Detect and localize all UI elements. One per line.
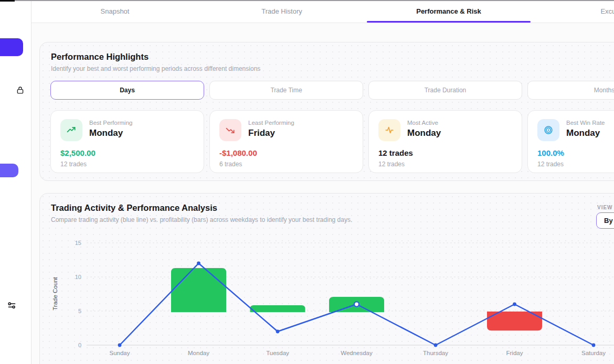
tab-excursion[interactable]: Excursion (532, 0, 614, 23)
svg-text:Tuesday: Tuesday (266, 350, 289, 356)
stat-period: Monday (89, 128, 132, 138)
sidebar-nav-pill[interactable] (0, 164, 18, 177)
stat-value: $2,500.00 (60, 148, 195, 157)
panel-title: Trading Activity & Performance Analysis (51, 203, 614, 213)
svg-text:Wednesday: Wednesday (341, 350, 373, 356)
stat-sub: 12 trades (537, 160, 614, 168)
sidebar (0, 0, 31, 364)
svg-text:15: 15 (75, 240, 81, 246)
trending-up-icon (60, 119, 82, 141)
stat-card-most-active: Most Active Monday 12 trades 12 trades (368, 110, 522, 173)
stat-value: -$1,080.00 (219, 148, 354, 157)
stat-card-least-performing: Least Performing Friday -$1,080.00 6 tra… (209, 110, 363, 173)
target-icon (537, 119, 559, 141)
view-by-day-label: By Day (604, 217, 614, 224)
panel-subtitle: Compare trading activity (blue line) vs.… (51, 216, 614, 223)
stat-period: Monday (566, 128, 605, 138)
filter-trade-time-button[interactable]: Trade Time (209, 81, 363, 100)
stat-card-best-performing: Best Performing Monday $2,500.00 12 trad… (50, 110, 204, 173)
stat-sub: 12 trades (60, 160, 195, 168)
stat-label: Best Performing (89, 120, 132, 126)
stat-sub: 12 trades (378, 160, 513, 168)
stat-label: Most Active (407, 120, 441, 126)
trending-down-icon (219, 119, 241, 141)
filter-months-button[interactable]: Months (527, 81, 614, 100)
svg-text:Monday: Monday (188, 350, 209, 356)
filter-days-button[interactable]: Days (50, 81, 204, 100)
tab-performance-risk[interactable]: Performance & Risk (365, 0, 532, 23)
stat-card-best-win-rate: Best Win Rate Monday 100.0% 12 trades (527, 110, 614, 173)
sidebar-active-nav-pill[interactable] (0, 38, 23, 56)
stat-value: 12 trades (378, 148, 513, 157)
svg-text:Friday: Friday (506, 350, 523, 356)
stat-label: Best Win Rate (566, 120, 605, 126)
svg-text:0: 0 (78, 342, 81, 348)
svg-text:Trade Count: Trade Count (52, 276, 58, 310)
tab-trade-history[interactable]: Trade History (198, 0, 365, 23)
panel-subtitle: Identify your best and worst performing … (51, 65, 614, 72)
lock-icon[interactable] (15, 84, 25, 95)
top-border-line (0, 0, 614, 1)
tab-snapshot[interactable]: Snapshot (31, 0, 198, 23)
stat-sub: 6 trades (219, 160, 354, 168)
top-tab-bar: Snapshot Trade History Performance & Ris… (31, 0, 614, 23)
highlight-stat-cards: Best Performing Monday $2,500.00 12 trad… (50, 110, 614, 173)
activity-performance-chart: 051015Trade CountSundayMondayTuesdayWedn… (47, 231, 614, 364)
stat-period: Friday (248, 128, 294, 138)
activity-icon (378, 119, 400, 141)
view-by-day-button[interactable]: By Day (596, 212, 614, 229)
top-left-black-bar (0, 0, 15, 2)
svg-text:Thursday: Thursday (423, 350, 448, 356)
stat-value: 100.0% (537, 148, 614, 157)
panel-title: Performance Highlights (51, 52, 614, 62)
stat-label: Least Performing (248, 120, 294, 126)
highlight-filter-group: Days Trade Time Trade Duration Months (50, 81, 614, 100)
svg-text:Saturday: Saturday (581, 350, 606, 356)
svg-text:Sunday: Sunday (109, 350, 130, 356)
svg-text:5: 5 (78, 308, 81, 314)
view-label: VIEW (597, 205, 613, 210)
svg-text:10: 10 (75, 274, 81, 280)
sliders-icon[interactable] (6, 299, 17, 311)
performance-highlights-panel: Performance Highlights Identify your bes… (39, 42, 614, 181)
filter-trade-duration-button[interactable]: Trade Duration (368, 81, 522, 100)
stat-period: Monday (407, 128, 441, 138)
